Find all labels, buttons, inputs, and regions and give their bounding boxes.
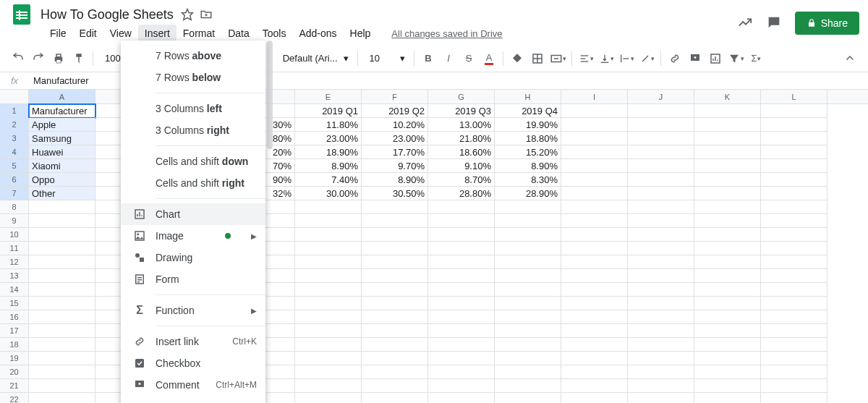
cell[interactable]: [761, 187, 827, 200]
menu-add-ons[interactable]: Add-ons: [292, 25, 343, 42]
cell[interactable]: [761, 324, 827, 338]
cell[interactable]: 11.80%: [295, 118, 362, 132]
cell[interactable]: Other: [29, 187, 95, 200]
row-header[interactable]: 14: [0, 283, 29, 297]
cell[interactable]: [628, 242, 694, 255]
menu-item-chart[interactable]: Chart: [121, 203, 265, 225]
insert-comment-button[interactable]: [686, 49, 705, 68]
row-header[interactable]: 19: [0, 352, 29, 365]
menu-edit[interactable]: Edit: [73, 25, 103, 42]
cell[interactable]: [295, 352, 362, 365]
cell[interactable]: [29, 310, 95, 324]
cell[interactable]: [561, 338, 628, 352]
cell[interactable]: [29, 214, 95, 228]
menu-insert[interactable]: Insert: [138, 25, 176, 42]
cell[interactable]: [295, 338, 362, 352]
merge-button[interactable]: ▾: [548, 49, 567, 68]
cell[interactable]: [628, 104, 694, 118]
functions-button[interactable]: Σ▾: [746, 49, 765, 68]
cell[interactable]: [628, 379, 694, 393]
cell[interactable]: [561, 255, 628, 269]
cell[interactable]: 19.90%: [495, 118, 561, 132]
cell[interactable]: [495, 338, 561, 352]
cell[interactable]: 2019 Q3: [428, 104, 495, 118]
col-header[interactable]: G: [428, 90, 495, 103]
cell[interactable]: [694, 200, 761, 214]
cell[interactable]: [561, 242, 628, 255]
cell[interactable]: [561, 200, 628, 214]
cell[interactable]: [628, 297, 694, 310]
cell[interactable]: [428, 228, 495, 242]
cell[interactable]: [495, 310, 561, 324]
cell[interactable]: 18.90%: [295, 145, 362, 159]
cell[interactable]: [694, 255, 761, 269]
strikethrough-button[interactable]: S: [459, 49, 478, 68]
cell[interactable]: [694, 352, 761, 365]
star-icon[interactable]: [181, 8, 194, 21]
cell[interactable]: [628, 324, 694, 338]
cell[interactable]: [561, 104, 628, 118]
cell[interactable]: 18.60%: [428, 145, 495, 159]
col-header[interactable]: J: [628, 90, 694, 103]
cell[interactable]: 8.90%: [295, 159, 362, 173]
cell[interactable]: 23.00%: [362, 132, 428, 145]
menu-item-comment[interactable]: CommentCtrl+Alt+M: [121, 374, 265, 396]
cell[interactable]: [29, 297, 95, 310]
row-header[interactable]: 5: [0, 159, 29, 173]
cell[interactable]: 2019 Q1: [295, 104, 362, 118]
cell[interactable]: [561, 269, 628, 283]
cell[interactable]: [628, 187, 694, 200]
menu-view[interactable]: View: [103, 25, 138, 42]
menu-item-checkbox[interactable]: Checkbox: [121, 352, 265, 374]
cell[interactable]: [761, 159, 827, 173]
row-header[interactable]: 1: [0, 104, 29, 118]
move-to-folder-icon[interactable]: [200, 8, 213, 21]
insert-link-button[interactable]: [665, 49, 684, 68]
cell[interactable]: 30.50%: [362, 187, 428, 200]
cell[interactable]: [428, 352, 495, 365]
cell[interactable]: [628, 269, 694, 283]
cell[interactable]: [761, 365, 827, 379]
menu-help[interactable]: Help: [344, 25, 378, 42]
wrap-button[interactable]: ▾: [617, 49, 636, 68]
menu-data[interactable]: Data: [221, 25, 256, 42]
doc-title[interactable]: How To Google Sheets: [41, 7, 174, 22]
row-header[interactable]: 10: [0, 228, 29, 242]
cell[interactable]: [628, 118, 694, 132]
fill-color-button[interactable]: [508, 49, 527, 68]
cell[interactable]: [495, 255, 561, 269]
cell[interactable]: [561, 379, 628, 393]
cell[interactable]: 8.90%: [495, 159, 561, 173]
cell[interactable]: [428, 200, 495, 214]
cell[interactable]: [295, 242, 362, 255]
menu-item-insert-link[interactable]: Insert linkCtrl+K: [121, 331, 265, 352]
cell[interactable]: [295, 324, 362, 338]
cell[interactable]: [628, 159, 694, 173]
cell[interactable]: [295, 255, 362, 269]
v-align-button[interactable]: ▾: [597, 49, 616, 68]
cell[interactable]: 7.40%: [295, 173, 362, 187]
cell[interactable]: [694, 297, 761, 310]
cell[interactable]: [561, 173, 628, 187]
row-header[interactable]: 3: [0, 132, 29, 145]
cell[interactable]: [761, 118, 827, 132]
cell[interactable]: [694, 310, 761, 324]
cell[interactable]: [761, 228, 827, 242]
cell[interactable]: [628, 393, 694, 403]
cell[interactable]: [628, 132, 694, 145]
row-header[interactable]: 2: [0, 118, 29, 132]
cell[interactable]: 13.00%: [428, 118, 495, 132]
cell[interactable]: [428, 324, 495, 338]
cell[interactable]: [694, 104, 761, 118]
cell[interactable]: [362, 214, 428, 228]
row-header[interactable]: 8: [0, 200, 29, 214]
cell[interactable]: 21.80%: [428, 132, 495, 145]
cell[interactable]: [628, 145, 694, 159]
cell[interactable]: [362, 200, 428, 214]
cell[interactable]: Apple: [29, 118, 95, 132]
cell[interactable]: [295, 393, 362, 403]
menu-item-function[interactable]: ΣFunction▶: [121, 300, 265, 321]
cell[interactable]: Huawei: [29, 145, 95, 159]
select-all-corner[interactable]: [0, 90, 29, 103]
cell[interactable]: [761, 310, 827, 324]
